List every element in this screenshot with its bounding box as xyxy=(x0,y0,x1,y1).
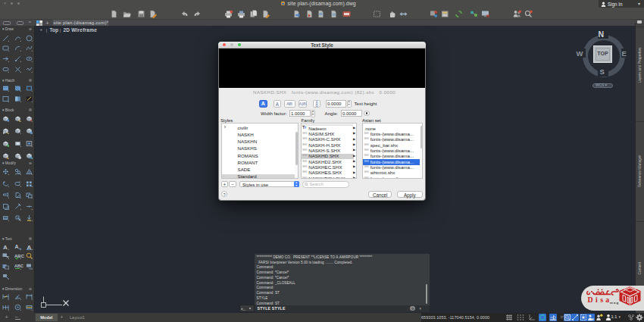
svg-text:A: A xyxy=(14,244,18,249)
svg-text:ABC: ABC xyxy=(14,253,25,258)
svg-text:B: B xyxy=(315,104,318,108)
svg-text:A: A xyxy=(3,243,8,250)
svg-text:ABC: ABC xyxy=(14,264,23,268)
